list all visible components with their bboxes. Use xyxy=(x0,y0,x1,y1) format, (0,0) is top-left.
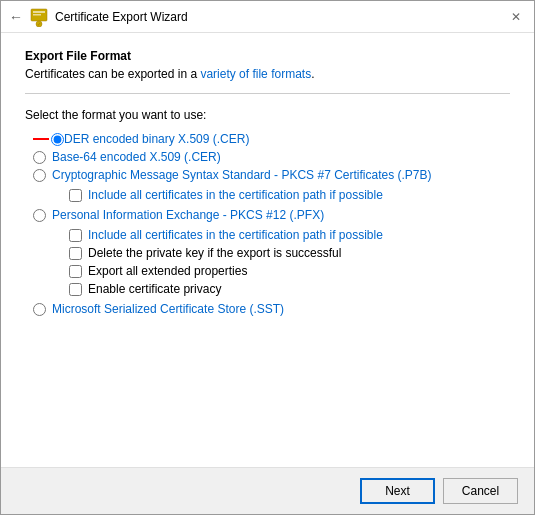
title-bar-left: ← ✓ Certificate Export Wizard xyxy=(9,7,506,27)
checkbox-enable-privacy-input[interactable] xyxy=(69,283,82,296)
section-description: Certificates can be exported in a variet… xyxy=(25,67,510,81)
next-button[interactable]: Next xyxy=(360,478,435,504)
radio-item-base64[interactable]: Base-64 encoded X.509 (.CER) xyxy=(33,150,510,164)
radio-der[interactable] xyxy=(51,133,64,146)
checkbox-enable-privacy[interactable]: Enable certificate privacy xyxy=(69,282,510,296)
radio-sst-label[interactable]: Microsoft Serialized Certificate Store (… xyxy=(52,302,284,316)
selected-indicator xyxy=(33,138,49,140)
radio-item-sst[interactable]: Microsoft Serialized Certificate Store (… xyxy=(33,302,510,316)
radio-item-pkcs7[interactable]: Cryptographic Message Syntax Standard - … xyxy=(33,168,510,182)
svg-text:✓: ✓ xyxy=(37,20,41,26)
radio-group: DER encoded binary X.509 (.CER) Base-64 … xyxy=(25,132,510,316)
checkbox-export-extended-input[interactable] xyxy=(69,265,82,278)
radio-pkcs7[interactable] xyxy=(33,169,46,182)
checkbox-export-extended[interactable]: Export all extended properties xyxy=(69,264,510,278)
checkbox-include-all-p7b-label[interactable]: Include all certificates in the certific… xyxy=(88,188,383,202)
window-title: Certificate Export Wizard xyxy=(55,10,188,24)
content-area: Export File Format Certificates can be e… xyxy=(1,33,534,467)
checkbox-include-all-p7b-input[interactable] xyxy=(69,189,82,202)
checkbox-enable-privacy-label[interactable]: Enable certificate privacy xyxy=(88,282,221,296)
radio-pfx-label[interactable]: Personal Information Exchange - PKCS #12… xyxy=(52,208,324,222)
back-button[interactable]: ← xyxy=(9,9,23,25)
footer: Next Cancel xyxy=(1,467,534,514)
radio-item-der[interactable]: DER encoded binary X.509 (.CER) xyxy=(33,132,510,146)
checkbox-include-all-pfx-label[interactable]: Include all certificates in the certific… xyxy=(88,228,383,242)
wizard-window: ← ✓ Certificate Export Wizard ✕ Export F… xyxy=(0,0,535,515)
checkbox-include-all-pfx[interactable]: Include all certificates in the certific… xyxy=(69,228,510,242)
pfx-checkboxes: Include all certificates in the certific… xyxy=(33,228,510,296)
checkbox-delete-private-key-input[interactable] xyxy=(69,247,82,260)
svg-rect-1 xyxy=(33,11,45,13)
radio-base64[interactable] xyxy=(33,151,46,164)
svg-rect-2 xyxy=(33,14,41,16)
cancel-button[interactable]: Cancel xyxy=(443,478,518,504)
radio-item-pfx[interactable]: Personal Information Exchange - PKCS #12… xyxy=(33,208,510,222)
radio-der-label[interactable]: DER encoded binary X.509 (.CER) xyxy=(64,132,249,146)
checkbox-export-extended-label[interactable]: Export all extended properties xyxy=(88,264,247,278)
radio-pfx[interactable] xyxy=(33,209,46,222)
radio-base64-label[interactable]: Base-64 encoded X.509 (.CER) xyxy=(52,150,221,164)
title-bar: ← ✓ Certificate Export Wizard ✕ xyxy=(1,1,534,33)
checkbox-delete-private-key[interactable]: Delete the private key if the export is … xyxy=(69,246,510,260)
close-button[interactable]: ✕ xyxy=(506,7,526,27)
cert-icon: ✓ xyxy=(29,7,49,27)
checkbox-delete-private-key-label[interactable]: Delete the private key if the export is … xyxy=(88,246,341,260)
checkbox-include-all-pfx-input[interactable] xyxy=(69,229,82,242)
radio-pkcs7-label[interactable]: Cryptographic Message Syntax Standard - … xyxy=(52,168,432,182)
section-title: Export File Format xyxy=(25,49,510,63)
checkbox-include-all-p7b[interactable]: Include all certificates in the certific… xyxy=(69,188,510,202)
radio-sst[interactable] xyxy=(33,303,46,316)
divider xyxy=(25,93,510,94)
select-label: Select the format you want to use: xyxy=(25,108,510,122)
pkcs7-checkboxes: Include all certificates in the certific… xyxy=(33,188,510,202)
